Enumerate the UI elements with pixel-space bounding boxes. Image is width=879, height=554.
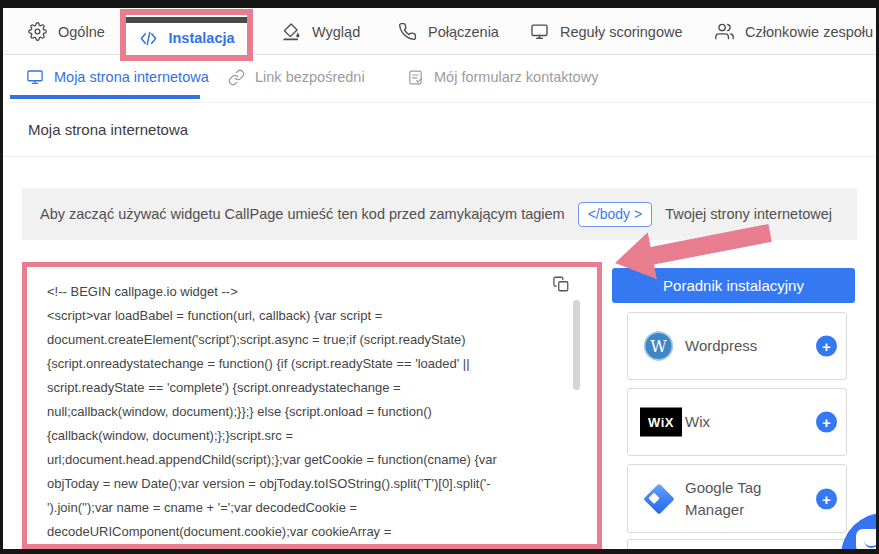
subtab-my-website-label: Moja strona internetowa	[54, 69, 209, 85]
copy-code-button[interactable]	[552, 275, 570, 293]
tab-scoring-rules[interactable]: Reguły scoringowe	[530, 8, 683, 55]
code-line: <!-- BEGIN callpage.io widget -->	[47, 280, 569, 304]
tab-team-members[interactable]: Członkowie zespołu	[715, 8, 873, 55]
instruction-text-before: Aby zacząć używać widgetu CallPage umieś…	[40, 206, 565, 222]
people-icon	[715, 22, 734, 41]
tab-appearance[interactable]: Wygląd	[282, 8, 360, 55]
tab-scoring-rules-label: Reguły scoringowe	[560, 24, 683, 40]
code-scrollbar-thumb[interactable]	[573, 300, 580, 390]
code-line: objToday = new Date();var version = objT…	[47, 472, 569, 496]
subtab-direct-link-label: Link bezpośredni	[255, 69, 365, 85]
screenshot-frame: Ogólne Wygląd Połączenia Reguły scoringo…	[0, 0, 879, 554]
widget-code-text: <!-- BEGIN callpage.io widget --> <scrip…	[47, 280, 569, 544]
add-wix-button[interactable]: +	[816, 412, 837, 433]
install-instruction: Aby zacząć używać widgetu CallPage umieś…	[22, 188, 857, 240]
code-line: url;document.head.appendChild(script);};…	[47, 448, 569, 472]
chat-bubble-icon	[856, 529, 876, 549]
code-line: document.createElement('script');script.…	[47, 328, 569, 352]
wix-logo-icon: WiX	[640, 408, 682, 437]
paint-bucket-icon	[282, 22, 301, 41]
monitor-icon	[26, 68, 44, 86]
tab-installation-label: Instalacja	[168, 30, 234, 46]
gear-icon	[28, 22, 47, 41]
link-icon	[228, 69, 245, 86]
code-icon	[138, 29, 159, 48]
tab-installation[interactable]: Instalacja	[126, 21, 247, 55]
code-line: script.readyState == 'complete') {script…	[47, 376, 569, 400]
page-title: Moja strona internetowa	[28, 103, 188, 157]
integration-card-gtm[interactable]: Google Tag Manager +	[627, 464, 847, 533]
wordpress-logo-icon: W	[644, 332, 673, 361]
integration-name: Wix	[685, 411, 710, 433]
subtab-my-website[interactable]: Moja strona internetowa	[26, 55, 209, 99]
add-wordpress-button[interactable]: +	[816, 336, 837, 357]
widget-code-block[interactable]: <!-- BEGIN callpage.io widget --> <scrip…	[22, 262, 602, 549]
monitor-icon	[530, 22, 549, 41]
body-tag-chip: </body >	[578, 202, 653, 227]
subtab-contact-form-label: Mój formularz kontaktowy	[434, 69, 598, 85]
annotation-highlight-installation-tab: Instalacja	[120, 9, 253, 61]
sub-nav: Moja strona internetowa Link bezpośredni…	[3, 55, 876, 103]
code-line: <script>var loadBabel = function(url, ca…	[47, 304, 569, 328]
tab-appearance-label: Wygląd	[312, 24, 360, 40]
code-line: {script.onreadystatechange = function() …	[47, 352, 569, 376]
tab-team-members-label: Członkowie zespołu	[745, 24, 873, 40]
integration-card-wordpress[interactable]: W Wordpress +	[627, 312, 847, 380]
page-title-bar: Moja strona internetowa	[3, 103, 876, 157]
instruction-text-after: Twojej strony internetowej	[665, 206, 832, 222]
integration-name: Google Tag Manager	[685, 477, 790, 521]
integration-card-wix[interactable]: WiX Wix +	[627, 388, 847, 456]
tab-calls[interactable]: Połączenia	[398, 8, 499, 55]
code-line: {callback(window, document);};}script.sr…	[47, 424, 569, 448]
copy-icon	[552, 275, 570, 293]
integration-card-partial[interactable]	[627, 539, 847, 549]
integration-name: Wordpress	[685, 335, 757, 357]
installation-guide-label: Poradnik instalacyjny	[663, 277, 804, 294]
code-line: null;callback(window, document);}};} els…	[47, 400, 569, 424]
google-tag-manager-logo-icon	[643, 483, 674, 514]
subtab-contact-form[interactable]: Mój formularz kontaktowy	[407, 55, 598, 99]
tab-calls-label: Połączenia	[428, 24, 499, 40]
form-icon	[407, 69, 424, 86]
add-gtm-button[interactable]: +	[816, 488, 837, 509]
phone-icon	[398, 22, 417, 41]
code-line: decodeURIComponent(document.cookie);var …	[47, 520, 569, 544]
code-line: ').join('');var name = cname + '=';var d…	[47, 496, 569, 520]
active-subtab-underline	[10, 95, 200, 99]
tab-general-label: Ogólne	[58, 24, 105, 40]
installation-guide-button[interactable]: Poradnik instalacyjny	[612, 268, 855, 303]
callpage-settings-page: Ogólne Wygląd Połączenia Reguły scoringo…	[3, 8, 876, 549]
tab-general[interactable]: Ogólne	[28, 8, 105, 55]
subtab-direct-link[interactable]: Link bezpośredni	[228, 55, 365, 99]
